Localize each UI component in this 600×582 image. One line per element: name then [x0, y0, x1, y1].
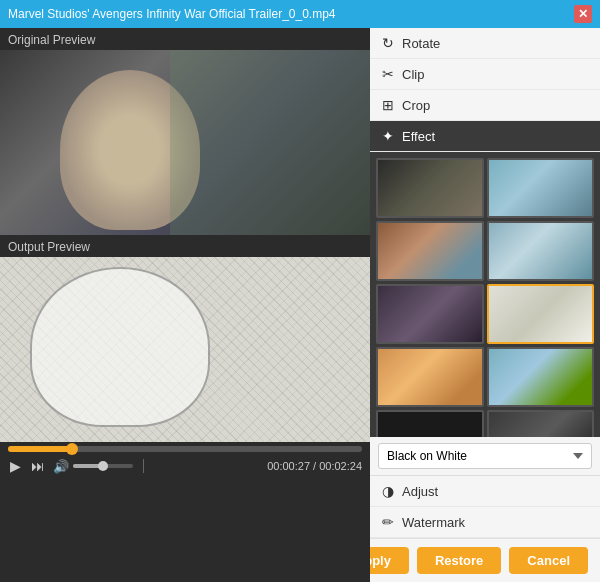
clip-icon: ✂	[382, 66, 394, 82]
adjust-icon: ◑	[382, 483, 394, 499]
effect-thumb-9[interactable]	[376, 410, 484, 437]
volume-track[interactable]	[73, 464, 133, 468]
time-display: 00:00:27 / 00:02:24	[267, 460, 362, 472]
video-controls: ▶ ⏭ 🔊 00:00:27 / 00:02:24	[0, 442, 370, 480]
dropdown-wrap: Black on White White on Black Color Sket…	[370, 437, 600, 475]
effect-label: Effect	[402, 129, 435, 144]
crop-label: Crop	[402, 98, 430, 113]
original-image	[0, 50, 370, 235]
effect-thumb-1[interactable]	[376, 158, 484, 218]
tool-watermark[interactable]: ✏ Watermark	[370, 507, 600, 538]
adjust-label: Adjust	[402, 484, 438, 499]
thumb-image-2	[489, 160, 593, 216]
tool-adjust[interactable]: ◑ Adjust	[370, 475, 600, 507]
effect-thumb-2[interactable]	[487, 158, 595, 218]
tool-crop[interactable]: ⊞ Crop	[370, 90, 600, 121]
play-button[interactable]: ▶	[8, 458, 23, 474]
effect-thumb-5[interactable]	[376, 284, 484, 344]
volume-control: 🔊	[53, 459, 133, 474]
next-button[interactable]: ⏭	[29, 458, 47, 474]
thumb-image-10	[489, 412, 593, 437]
effect-thumb-3[interactable]	[376, 221, 484, 281]
effect-thumb-8[interactable]	[487, 347, 595, 407]
divider	[143, 459, 144, 473]
thumb-image-8	[489, 349, 593, 405]
tool-rotate[interactable]: ↻ Rotate	[370, 28, 600, 59]
tool-clip[interactable]: ✂ Clip	[370, 59, 600, 90]
close-button[interactable]: ✕	[574, 5, 592, 23]
output-image	[0, 257, 370, 442]
crop-icon: ⊞	[382, 97, 394, 113]
effect-content: Black on White White on Black Color Sket…	[370, 152, 600, 582]
effect-grid	[370, 152, 600, 437]
thumb-image-7	[378, 349, 482, 405]
effect-dropdown[interactable]: Black on White White on Black Color Sket…	[378, 443, 592, 469]
volume-icon: 🔊	[53, 459, 69, 474]
title-bar: Marvel Studios' Avengers Infinity War Of…	[0, 0, 600, 28]
main-container: Original Preview Output Preview ▶ ⏭ 🔊	[0, 28, 600, 582]
rotate-icon: ↻	[382, 35, 394, 51]
tool-effect[interactable]: ✦ Effect	[370, 121, 600, 152]
original-label: Original Preview	[0, 28, 370, 50]
progress-bar[interactable]	[8, 446, 362, 452]
thumb-image-5	[378, 286, 482, 342]
apply-button[interactable]: Apply	[370, 547, 409, 574]
effect-thumb-7[interactable]	[376, 347, 484, 407]
output-preview	[0, 257, 370, 442]
original-preview	[0, 50, 370, 235]
left-panel: Original Preview Output Preview ▶ ⏭ 🔊	[0, 28, 370, 582]
rotate-label: Rotate	[402, 36, 440, 51]
volume-thumb[interactable]	[98, 461, 108, 471]
thumb-image-9	[378, 412, 482, 437]
effect-icon: ✦	[382, 128, 394, 144]
effect-thumb-6[interactable]	[487, 284, 595, 344]
effect-thumb-10[interactable]	[487, 410, 595, 437]
sketch-face	[30, 267, 210, 427]
cancel-button[interactable]: Cancel	[509, 547, 588, 574]
output-label: Output Preview	[0, 235, 370, 257]
effect-thumb-4[interactable]	[487, 221, 595, 281]
thumb-image-3	[378, 223, 482, 279]
watermark-icon: ✏	[382, 514, 394, 530]
thumb-image-1	[378, 160, 482, 216]
restore-button[interactable]: Restore	[417, 547, 501, 574]
watermark-label: Watermark	[402, 515, 465, 530]
footer: Apply Restore Cancel	[370, 538, 600, 582]
controls-row: ▶ ⏭ 🔊 00:00:27 / 00:02:24	[8, 458, 362, 474]
progress-fill	[8, 446, 72, 452]
clip-label: Clip	[402, 67, 424, 82]
title-text: Marvel Studios' Avengers Infinity War Of…	[8, 7, 336, 21]
thumb-image-4	[489, 223, 593, 279]
right-panel: ↻ Rotate ✂ Clip ⊞ Crop ✦ Effect	[370, 28, 600, 582]
thumb-image-6	[489, 286, 593, 342]
progress-thumb[interactable]	[66, 443, 78, 455]
